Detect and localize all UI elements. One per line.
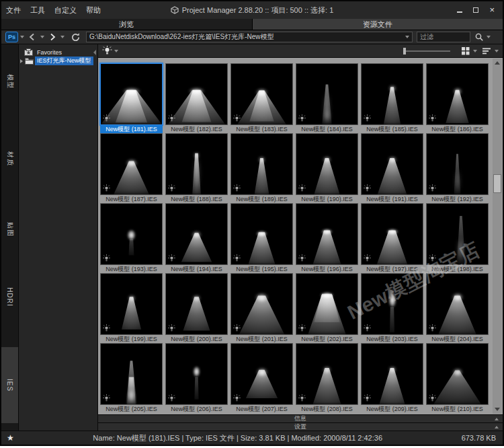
category-tab-模型[interactable]: 模型	[1, 58, 18, 105]
expand-arrow-icon[interactable]	[20, 59, 23, 63]
ies-preview-image	[296, 273, 358, 335]
ies-thumbnail[interactable]: New模型 (206).IES	[165, 343, 228, 413]
slider-knob[interactable]	[403, 48, 406, 54]
refresh-button[interactable]	[71, 32, 81, 42]
ies-preview-image	[165, 273, 228, 335]
ies-thumbnail[interactable]: New模型 (205).IES	[100, 343, 163, 413]
ies-thumbnail-label: New模型 (199).IES	[100, 335, 163, 343]
ies-thumbnail[interactable]: New模型 (196).IES	[296, 203, 358, 273]
ies-thumbnail[interactable]: New模型 (191).IES	[361, 133, 423, 203]
ies-thumbnail[interactable]: New模型 (199).IES	[100, 273, 163, 343]
ps-button[interactable]: Ps	[5, 32, 18, 42]
light-icon	[168, 114, 175, 122]
light-icon	[298, 324, 306, 332]
forward-button[interactable]	[48, 32, 57, 42]
sort-icon	[482, 47, 491, 55]
favorite-star-icon[interactable]: ★	[7, 433, 14, 443]
menu-bar: 文件工具自定义帮助	[1, 3, 106, 17]
ies-thumbnail[interactable]: New模型 (198).IES	[426, 203, 489, 273]
ies-preview-image	[100, 133, 163, 195]
menu-item[interactable]: 自定义	[50, 3, 81, 17]
ies-thumbnail[interactable]: New模型 (210).IES	[426, 343, 489, 413]
ies-thumbnail[interactable]: New模型 (201).IES	[230, 273, 293, 343]
ies-thumbnail[interactable]: New模型 (209).IES	[361, 343, 423, 413]
back-button[interactable]	[28, 32, 37, 42]
light-type-dropdown-icon[interactable]	[114, 50, 118, 52]
status-text: Name: New模型 (181).IES | Type: IES 文件 | S…	[14, 433, 462, 443]
ies-thumbnail[interactable]: New模型 (183).IES	[230, 63, 293, 133]
ies-thumbnail[interactable]: New模型 (190).IES	[296, 133, 358, 203]
ies-thumbnail[interactable]: New模型 (184).IES	[296, 63, 358, 133]
maximize-button[interactable]	[473, 7, 478, 13]
ps-dropdown-icon[interactable]	[20, 36, 24, 38]
ies-thumbnail[interactable]: New模型 (202).IES	[296, 273, 358, 343]
ies-thumbnail[interactable]: New模型 (203).IES	[361, 273, 423, 343]
ies-thumbnail[interactable]: New模型 (192).IES	[426, 133, 489, 203]
search-icon[interactable]	[474, 32, 485, 42]
ies-thumbnail-label: New模型 (191).IES	[361, 195, 423, 203]
ies-thumbnail[interactable]: New模型 (182).IES	[165, 63, 228, 133]
ies-thumbnail[interactable]: New模型 (197).IES	[361, 203, 423, 273]
info-panel-header[interactable]: 信息	[98, 414, 503, 422]
ies-thumbnail[interactable]: New模型 (208).IES	[296, 343, 358, 413]
ies-thumbnail-label: New模型 (198).IES	[426, 265, 489, 273]
scrollbar-thumb[interactable]	[493, 174, 501, 193]
ies-thumbnail[interactable]: New模型 (188).IES	[165, 133, 228, 203]
path-combobox[interactable]: G:\BaiduNetdiskDownload\262-ies灯光篇\IES灯光…	[86, 32, 413, 42]
forward-history-dropdown-icon[interactable]	[60, 36, 65, 38]
tree-item-favorites[interactable]: Favorites	[19, 48, 97, 57]
filter-input[interactable]: 过滤	[417, 32, 470, 42]
ies-thumbnail[interactable]: New模型 (194).IES	[165, 203, 228, 273]
category-tab-hdri[interactable]: HDRI	[1, 273, 18, 320]
ies-thumbnail[interactable]: New模型 (193).IES	[100, 203, 163, 273]
category-tab-材质[interactable]: 材质	[1, 135, 18, 182]
ies-thumbnail[interactable]: New模型 (185).IES	[361, 63, 423, 133]
tree-collapse-arrow[interactable]	[93, 50, 96, 55]
light-icon	[298, 184, 306, 192]
menu-item[interactable]: 帮助	[81, 3, 106, 17]
info-expand-icon[interactable]	[495, 418, 499, 420]
settings-expand-icon[interactable]	[495, 426, 499, 428]
ies-thumbnail[interactable]: New模型 (181).IES	[100, 63, 163, 133]
light-icon	[233, 254, 241, 262]
grid-view-button[interactable]	[461, 46, 470, 55]
close-button[interactable]: ×	[489, 7, 495, 13]
ies-thumbnail[interactable]: New模型 (189).IES	[230, 133, 293, 203]
minimize-button[interactable]	[457, 7, 462, 13]
sort-button[interactable]	[482, 47, 491, 55]
ies-thumbnail-label: New模型 (188).IES	[165, 195, 228, 203]
sort-dropdown-icon[interactable]	[495, 50, 499, 52]
ies-thumbnail-label: New模型 (193).IES	[100, 265, 163, 273]
ies-preview-image	[426, 343, 489, 405]
ies-thumbnail[interactable]: New模型 (186).IES	[426, 63, 489, 133]
light-type-icon[interactable]	[102, 46, 112, 57]
scroll-down-icon[interactable]	[495, 408, 500, 411]
ies-thumbnail-label: New模型 (204).IES	[426, 335, 489, 343]
ies-thumbnail[interactable]: New模型 (187).IES	[100, 133, 163, 203]
tab-browse[interactable]: 浏览	[1, 19, 253, 30]
settings-panel-header[interactable]: 设置	[98, 422, 503, 431]
ies-thumbnail[interactable]: New模型 (204).IES	[426, 273, 489, 343]
back-history-dropdown-icon[interactable]	[40, 36, 44, 38]
menu-item[interactable]: 文件	[1, 3, 26, 17]
ies-thumbnail-label: New模型 (187).IES	[100, 195, 163, 203]
ies-thumbnail-label: New模型 (190).IES	[296, 195, 358, 203]
ies-thumbnail-label: New模型 (201).IES	[230, 335, 293, 343]
tab-assets[interactable]: 资源文件	[253, 19, 503, 30]
category-tab-贴图[interactable]: 贴图	[1, 206, 18, 253]
tree-item-ies-folder[interactable]: IES灯光库-New模型	[19, 57, 97, 65]
ies-thumbnail[interactable]: New模型 (200).IES	[165, 273, 228, 343]
vertical-scrollbar[interactable]	[493, 59, 502, 414]
ies-thumbnail-label: New模型 (181).IES	[100, 125, 163, 133]
menu-item[interactable]: 工具	[26, 3, 50, 17]
scroll-up-icon[interactable]	[495, 61, 500, 65]
path-dropdown-icon[interactable]	[405, 36, 409, 38]
ies-preview-image	[100, 63, 163, 125]
grid-view-dropdown-icon[interactable]	[473, 50, 477, 52]
ies-thumbnail-label: New模型 (196).IES	[296, 265, 358, 273]
category-tab-ies[interactable]: IES	[1, 347, 18, 423]
search-dropdown-icon[interactable]	[487, 36, 491, 38]
ies-thumbnail[interactable]: New模型 (195).IES	[230, 203, 293, 273]
thumbnail-size-slider[interactable]	[403, 50, 450, 52]
ies-thumbnail[interactable]: New模型 (207).IES	[230, 343, 293, 413]
